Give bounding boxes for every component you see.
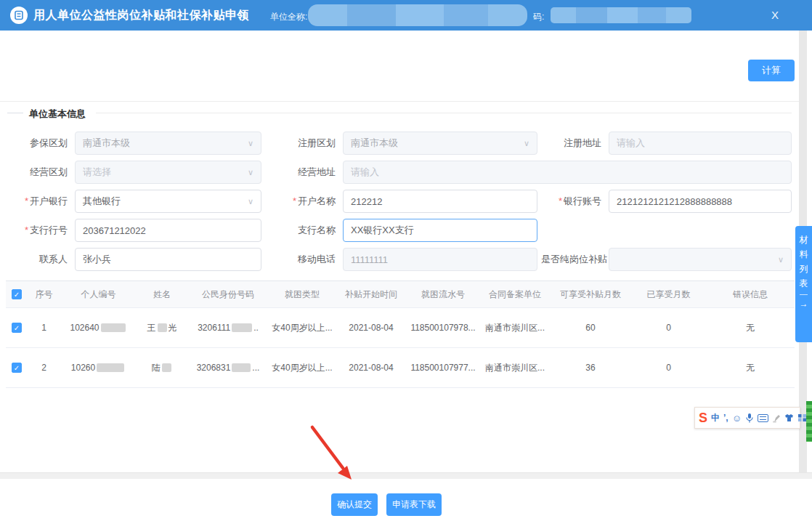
table-cell: 王光 (137, 322, 187, 334)
row-checkbox[interactable]: ✓ (12, 363, 22, 373)
redacted-text (162, 363, 171, 372)
branch-name-input[interactable]: XX银行XX支行 (343, 219, 537, 242)
branch-code-input[interactable]: 203671212022 (75, 219, 261, 242)
table-cell: 118500107977... (407, 363, 479, 373)
calculate-button[interactable]: 计算 (748, 60, 795, 81)
select-all-checkbox-cell: ✓ (6, 289, 28, 299)
redacted-text (232, 323, 252, 332)
side-tab-char: 列 (800, 262, 808, 276)
column-header: 就困类型 (269, 288, 336, 301)
side-tab-divider (800, 294, 808, 295)
redacted-unit-name (308, 4, 527, 26)
red-annotation-arrow (305, 421, 367, 490)
punctuation-icon[interactable]: ’, (723, 413, 728, 422)
zhuce-dizhi-input[interactable]: 请输入 (609, 132, 792, 155)
footer-divider (0, 472, 812, 479)
table-cell: 10260 (60, 363, 137, 373)
column-header: 错误信息 (707, 288, 794, 301)
select-value: 南通市本级 (351, 137, 398, 150)
jingying-dizhi-input[interactable]: 请输入 (343, 161, 792, 184)
field-label: 经营地址 (285, 166, 343, 179)
field-jingying-quhua: 经营区划 请选择 ∨ (13, 161, 261, 184)
table-cell: 0 (630, 323, 707, 333)
column-header: 就困流水号 (407, 288, 479, 301)
row-checkbox-cell: ✓ (6, 363, 28, 373)
canbao-quhua-select[interactable]: 南通市本级 ∨ (75, 132, 261, 155)
table-cell: 0 (630, 363, 707, 373)
chevron-down-icon: ∨ (524, 140, 529, 148)
table-cell: 南通市崇川区... (479, 322, 551, 334)
confirm-submit-button[interactable]: 确认提交 (331, 493, 378, 516)
redacted-text (97, 363, 124, 372)
table-cell: 无 (707, 322, 794, 334)
arrow-right-icon: → (800, 299, 808, 309)
table-cell: 2 (28, 363, 60, 373)
material-list-tab[interactable]: 材料列表 → (795, 226, 812, 342)
ime-toolbar[interactable]: S 中 ’, ☺ (694, 407, 800, 429)
mobile-input[interactable]: 11111111 (343, 248, 537, 271)
select-value: 其他银行 (83, 195, 121, 208)
table-cell: 118500107978... (407, 323, 479, 333)
table-row: ✓210260陆3206831...女40周岁以上...2021-08-0411… (6, 348, 795, 388)
page-title: 用人单位公益性岗位补贴和社保补贴申领 (33, 8, 249, 23)
field-mobile: 移动电话 11111111 (285, 248, 537, 271)
table-cell: 无 (707, 362, 794, 374)
column-header: 可享受补贴月数 (551, 288, 630, 301)
pure-post-subsidy-select[interactable]: ∨ (609, 248, 792, 271)
title-bar: 用人单位公益性岗位补贴和社保补贴申领 单位全称: 码: X (0, 0, 812, 31)
column-header: 个人编号 (60, 288, 137, 301)
select-placeholder: 请选择 (83, 166, 111, 179)
table-cell: 南通市崇川区... (479, 362, 551, 374)
download-application-button[interactable]: 申请表下载 (386, 493, 442, 516)
bank-account-input[interactable]: 2121212121212888888888 (609, 190, 792, 213)
side-tab-char: 料 (800, 247, 808, 262)
close-icon[interactable]: X (771, 9, 779, 21)
input-value: 张小兵 (83, 253, 111, 266)
chinese-mode-icon[interactable]: 中 (711, 413, 720, 422)
field-label: 移动电话 (285, 253, 343, 266)
row-checkbox[interactable]: ✓ (12, 323, 22, 333)
field-bank-account: *银行账号 2121212121212888888888 (541, 190, 792, 213)
chevron-down-icon: ∨ (248, 169, 253, 177)
skin-icon[interactable] (784, 413, 794, 422)
microphone-icon[interactable] (745, 413, 754, 424)
column-header: 姓名 (137, 288, 187, 301)
subsidy-application-dialog: 用人单位公益性岗位补贴和社保补贴申领 单位全称: 码: X 计算 单位基本信息 … (0, 0, 812, 529)
field-branch-code: *支行行号 203671212022 (13, 219, 261, 242)
field-label: 是否纯岗位补贴 (541, 253, 609, 266)
table-cell: 女40周岁以上... (269, 362, 336, 374)
column-header: 序号 (28, 288, 60, 301)
table-cell: 女40周岁以上... (269, 322, 336, 334)
field-label: 经营区划 (13, 166, 75, 179)
field-zhuce-dizhi: 注册地址 请输入 (541, 132, 792, 155)
keyboard-icon[interactable] (758, 414, 768, 422)
table-cell: 3206111.. (187, 323, 269, 333)
input-placeholder: 请输入 (617, 137, 645, 150)
handwriting-icon[interactable] (772, 413, 781, 423)
table-cell: 36 (551, 363, 630, 373)
column-header: 补贴开始时间 (336, 288, 407, 301)
table-row: ✓1102640王光3206111..女40周岁以上...2021-08-041… (6, 308, 795, 348)
input-placeholder: 请输入 (351, 166, 379, 179)
zhuce-quhua-select[interactable]: 南通市本级 ∨ (343, 132, 537, 155)
field-kaihu-bank: *开户银行 其他银行 ∨ (13, 190, 261, 213)
field-branch-name: 支行名称 XX银行XX支行 (285, 219, 537, 242)
select-all-checkbox[interactable]: ✓ (12, 289, 22, 299)
redacted-text (232, 363, 251, 372)
sogou-logo-icon[interactable]: S (699, 411, 707, 424)
jingying-quhua-select[interactable]: 请选择 ∨ (75, 161, 261, 184)
field-label: 注册区划 (285, 137, 343, 150)
chevron-down-icon: ∨ (248, 198, 253, 206)
contact-input[interactable]: 张小兵 (75, 248, 261, 271)
required-asterisk: * (25, 225, 28, 235)
credit-code-label: 码: (533, 11, 544, 23)
document-list-icon (10, 7, 28, 24)
divider (0, 101, 799, 102)
row-checkbox-cell: ✓ (6, 323, 28, 333)
kaihu-bank-select[interactable]: 其他银行 ∨ (75, 190, 261, 213)
field-label: *开户名称 (285, 195, 343, 208)
emoji-icon[interactable]: ☺ (732, 413, 742, 423)
kaihu-name-input[interactable]: 212212 (343, 190, 537, 213)
table-cell: 陆 (137, 362, 187, 374)
input-value: 11111111 (351, 254, 388, 265)
